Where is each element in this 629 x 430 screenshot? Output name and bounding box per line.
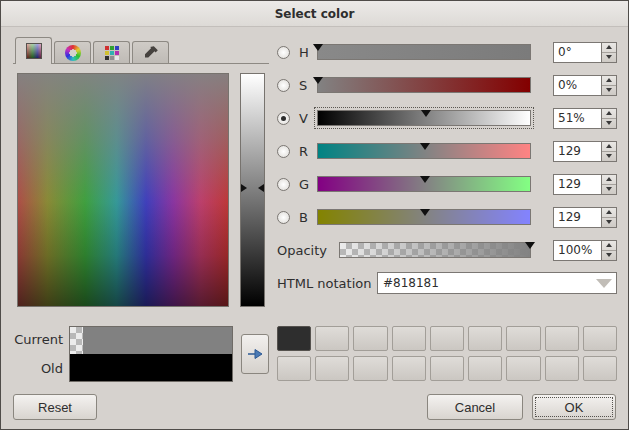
palette-swatch[interactable] — [468, 356, 502, 381]
add-to-palette-button[interactable] — [241, 334, 269, 374]
slider-marker-B[interactable] — [420, 209, 430, 216]
spin-up-button[interactable] — [602, 43, 616, 53]
reset-button[interactable]: Reset — [13, 394, 97, 420]
up-arrow-icon — [606, 243, 612, 247]
ok-button[interactable]: OK — [532, 394, 616, 420]
palette-swatch[interactable] — [430, 356, 464, 381]
spin-down-button[interactable] — [602, 218, 616, 227]
up-arrow-icon — [606, 111, 612, 115]
palette-swatch[interactable] — [392, 356, 426, 381]
slider-marker-G[interactable] — [420, 176, 430, 183]
spinbox-G[interactable]: 129 — [553, 174, 617, 195]
palette-swatch[interactable] — [430, 326, 464, 351]
slider-S[interactable] — [317, 77, 531, 93]
radio-R[interactable] — [277, 145, 290, 158]
current-old-swatch-box — [69, 326, 233, 382]
spin-value-H: 0° — [554, 43, 601, 62]
palette-row — [277, 356, 617, 381]
dropdown-arrow-icon[interactable] — [596, 279, 612, 288]
palette-grid — [277, 326, 617, 386]
tab-color-picker[interactable] — [132, 41, 169, 63]
channel-row-S: S0% — [277, 74, 617, 96]
radio-G[interactable] — [277, 178, 290, 191]
right-arrow-icon — [246, 345, 264, 363]
slider-H[interactable] — [317, 44, 531, 60]
spin-up-button[interactable] — [602, 175, 616, 185]
up-arrow-icon — [606, 210, 612, 214]
palette-swatch[interactable] — [468, 326, 502, 351]
slider-marker-R[interactable] — [420, 143, 430, 150]
tab-color-wheel[interactable] — [54, 41, 91, 63]
channel-row-H: H0° — [277, 41, 617, 63]
spin-down-button[interactable] — [602, 86, 616, 95]
spin-down-button[interactable] — [602, 53, 616, 62]
up-arrow-icon — [606, 177, 612, 181]
slider-B[interactable] — [317, 209, 531, 225]
slider-marker-H[interactable] — [313, 44, 323, 51]
down-arrow-icon — [606, 88, 612, 92]
tab-palette[interactable] — [93, 41, 130, 63]
palette-swatch[interactable] — [392, 326, 426, 351]
slider-marker-V[interactable] — [421, 110, 431, 117]
radio-H[interactable] — [277, 46, 290, 59]
slider-R[interactable] — [317, 143, 531, 159]
spinbox-S[interactable]: 0% — [553, 75, 617, 96]
slider-V[interactable] — [317, 110, 531, 126]
down-arrow-icon — [606, 55, 612, 59]
spin-down-button[interactable] — [602, 119, 616, 128]
spin-value-V: 51% — [554, 109, 601, 128]
radio-S[interactable] — [277, 79, 290, 92]
value-bar[interactable] — [240, 73, 265, 307]
spin-down-button[interactable] — [602, 185, 616, 194]
slider-marker-S[interactable] — [313, 77, 323, 84]
palette-swatch[interactable] — [545, 356, 579, 381]
spinbox-R[interactable]: 129 — [553, 141, 617, 162]
palette-swatch[interactable] — [315, 356, 349, 381]
palette-swatch[interactable] — [277, 356, 311, 381]
spinbox-H[interactable]: 0° — [553, 42, 617, 63]
down-arrow-icon — [606, 253, 612, 257]
radio-V[interactable] — [277, 112, 290, 125]
down-arrow-icon — [606, 121, 612, 125]
palette-swatch[interactable] — [506, 326, 540, 351]
channel-row-R: R129 — [277, 140, 617, 162]
palette-swatch[interactable] — [315, 326, 349, 351]
spin-value-S: 0% — [554, 76, 601, 95]
spin-up-button[interactable] — [602, 109, 616, 119]
spin-value-G: 129 — [554, 175, 601, 194]
palette-swatch[interactable] — [583, 326, 617, 351]
opacity-marker[interactable] — [525, 242, 535, 249]
channel-row-B: B129 — [277, 206, 617, 228]
html-notation-input[interactable]: #818181 — [377, 272, 617, 294]
radio-B[interactable] — [277, 211, 290, 224]
spinbox-B[interactable]: 129 — [553, 207, 617, 228]
titlebar: Select color — [1, 1, 628, 27]
select-color-dialog: Select color H0°S0%V51%R129G129B129 — [0, 0, 629, 430]
opacity-slider[interactable] — [339, 242, 531, 258]
palette-swatch[interactable] — [353, 356, 387, 381]
spin-buttons — [601, 175, 616, 194]
palette-swatch[interactable] — [353, 326, 387, 351]
spin-down-button[interactable] — [602, 152, 616, 161]
spin-up-button[interactable] — [602, 241, 616, 251]
palette-row — [277, 326, 617, 351]
up-arrow-icon — [606, 45, 612, 49]
tab-gimp-selector[interactable] — [15, 37, 52, 64]
palette-swatch[interactable] — [506, 356, 540, 381]
opacity-spinbox[interactable]: 100% — [553, 240, 617, 261]
spin-down-button[interactable] — [602, 251, 616, 260]
spinbox-V[interactable]: 51% — [553, 108, 617, 129]
palette-swatch[interactable] — [583, 356, 617, 381]
html-notation-row: HTML notation #818181 — [277, 272, 617, 294]
palette-swatch[interactable] — [277, 326, 311, 351]
footer: Reset Cancel OK — [13, 394, 616, 420]
spin-up-button[interactable] — [602, 142, 616, 152]
palette-swatch[interactable] — [545, 326, 579, 351]
spin-buttons — [601, 208, 616, 227]
slider-G[interactable] — [317, 176, 531, 192]
cancel-button[interactable]: Cancel — [427, 394, 523, 420]
hue-saturation-square[interactable] — [17, 73, 229, 307]
spin-up-button[interactable] — [602, 208, 616, 218]
old-label: Old — [7, 361, 63, 376]
spin-up-button[interactable] — [602, 76, 616, 86]
